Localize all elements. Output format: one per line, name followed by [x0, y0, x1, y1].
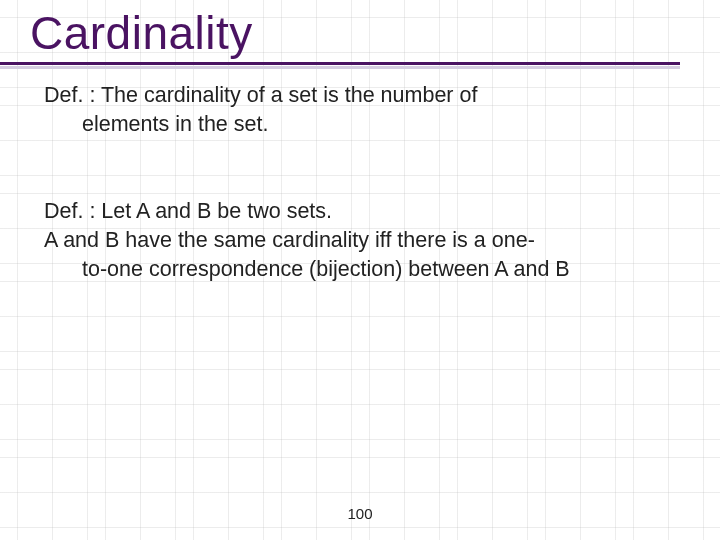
slide-content: Cardinality Def. : The cardinality of a …: [0, 0, 720, 284]
definition-2: Def. : Let A and B be two sets. A and B …: [44, 197, 680, 284]
definition-1-line-2: elements in the set.: [44, 110, 680, 139]
page-number: 100: [347, 505, 372, 522]
slide-body: Def. : The cardinality of a set is the n…: [0, 69, 720, 284]
slide-title: Cardinality: [0, 0, 720, 60]
definition-1: Def. : The cardinality of a set is the n…: [44, 81, 680, 139]
definition-2-line-1: Def. : Let A and B be two sets.: [44, 197, 680, 226]
title-underline: [0, 62, 680, 65]
definition-2-line-3: to-one correspondence (bijection) betwee…: [44, 255, 680, 284]
definition-2-line-2: A and B have the same cardinality iff th…: [44, 226, 680, 255]
definition-1-line-1: Def. : The cardinality of a set is the n…: [44, 81, 680, 110]
